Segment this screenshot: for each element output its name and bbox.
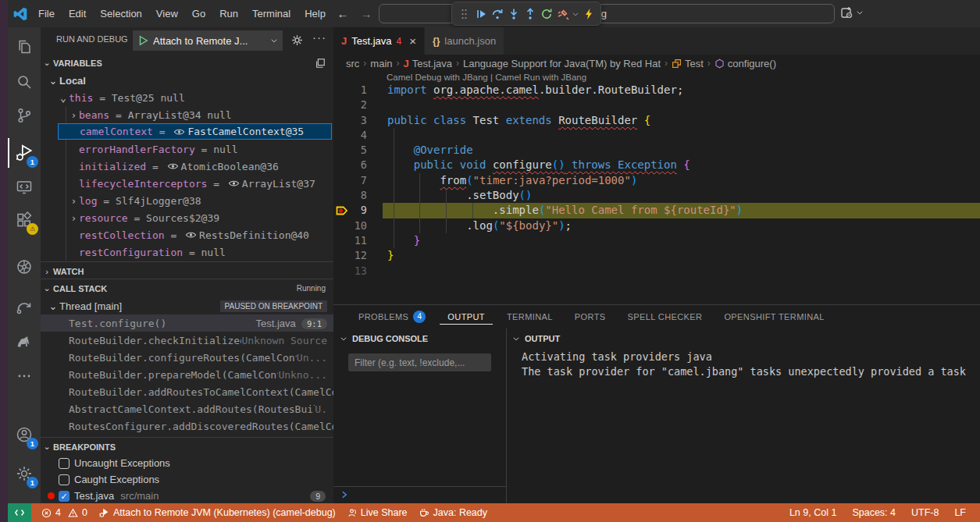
variable-row-this[interactable]: ⌄this = Test@25 null [41, 89, 333, 106]
panel-tab-openshift-terminal[interactable]: OPENSHIFT TERMINAL [716, 309, 832, 325]
variable-row-beans[interactable]: ›beans = ArrayList@34 null [41, 106, 333, 123]
menu-run[interactable]: Run [212, 8, 245, 20]
lazy-eval-eye-icon[interactable] [185, 230, 197, 240]
code-line-7[interactable]: 7 from("timer:java?period=1000") [333, 173, 980, 188]
stack-frame-row[interactable]: AbstractCamelContext.addRoutes(RoutesBui… [41, 400, 333, 417]
variable-row-resource[interactable]: ›resource = Sources$2@39 [41, 209, 333, 226]
breakpoints-section-header[interactable]: ⌄BREAKPOINTS [41, 439, 333, 455]
call-stack-section-header[interactable]: ⌄CALL STACKRunning [41, 280, 333, 297]
activity-extensions-icon[interactable]: ⚠ [8, 207, 41, 233]
breakpoint-row[interactable]: ✓Test.javasrc/main9 [41, 488, 333, 503]
code-line-10[interactable]: 10 .log("${body}"); [333, 218, 980, 233]
activity-openshift-icon[interactable] [8, 293, 41, 320]
live-share-status[interactable]: Live Share [341, 503, 413, 522]
code-line-11[interactable]: 11 } [333, 233, 980, 248]
code-line-2[interactable]: 2 [333, 98, 980, 112]
stack-frame-row[interactable]: RouteBuilder.configureRoutes(CamelContex… [41, 349, 333, 366]
code-line-9[interactable]: 9 .simple("Hello Camel from ${routeId}") [333, 203, 980, 218]
code-area[interactable]: 1import org.apache.camel.builder.RouteBu… [333, 83, 980, 279]
variable-row-camelContext[interactable]: camelContext = FastCamelContext@35 [58, 123, 332, 140]
breadcrumb-item[interactable]: JTest.java [404, 58, 453, 69]
editor-tab-test-java[interactable]: JTest.java4× [333, 27, 425, 55]
step-out-button[interactable] [522, 4, 538, 24]
panel-tab-spell-checker[interactable]: SPELL CHECKER [620, 309, 711, 325]
code-line-6[interactable]: 6 public void configure() throws Excepti… [333, 158, 980, 172]
encoding-setting[interactable]: UTF-8 [903, 503, 946, 522]
menu-view[interactable]: View [149, 8, 185, 20]
disconnect-dropdown-chevron-icon[interactable] [571, 4, 580, 24]
variable-row-initialized[interactable]: initialized = AtomicBoolean@36 [41, 158, 333, 175]
activity-more-icon[interactable] [8, 363, 41, 389]
indentation-setting[interactable]: Spaces: 4 [844, 503, 903, 522]
debug-console-title[interactable]: DEBUG CONSOLE [352, 334, 428, 343]
stack-frame-row[interactable]: RouteBuilder.prepareModel(CamelContext)U… [41, 366, 333, 383]
breakpoint-checkbox[interactable] [59, 474, 69, 485]
variable-row-errorHandlerFactory[interactable]: errorHandlerFactory = null [41, 140, 333, 158]
breadcrumb-item[interactable]: src [346, 58, 359, 69]
continue-button[interactable] [472, 4, 489, 24]
panel-tab-problems[interactable]: PROBLEMS4 [351, 307, 433, 326]
debug-console-filter-input[interactable] [348, 353, 491, 371]
code-line-8[interactable]: 8 .setBody() [333, 188, 980, 203]
chevron-down-icon[interactable] [512, 335, 520, 343]
remote-indicator[interactable] [8, 503, 31, 522]
breadcrumb-item[interactable]: Test [672, 58, 704, 69]
breakpoint-checkbox[interactable]: ✓ [59, 491, 69, 502]
command-center[interactable]: ebug [379, 4, 835, 23]
breakpoint-dot-icon[interactable] [47, 492, 55, 500]
step-over-button[interactable] [489, 4, 505, 24]
breakpoint-row[interactable]: Caught Exceptions [41, 471, 333, 488]
variable-row-restCollection[interactable]: restCollection = RestsDefinition@40 [41, 226, 333, 243]
chevron-down-icon[interactable] [340, 335, 347, 343]
lazy-eval-eye-icon[interactable] [167, 162, 179, 171]
java-status[interactable]: Java: Ready [413, 503, 493, 522]
close-tab-icon[interactable]: × [409, 34, 416, 48]
stack-frame-row[interactable]: Test.configure()Test.java 9:1 [41, 314, 333, 332]
nav-forward-button[interactable]: → [358, 5, 375, 22]
thread-row[interactable]: ⌄Thread [main] PAUSED ON BREAKPOINT [41, 297, 333, 314]
activity-accounts-icon[interactable]: 1 [8, 421, 41, 448]
variable-row-lifecycleInterceptors[interactable]: lifecycleInterceptors = ArrayList@37 [41, 175, 333, 192]
breadcrumb-item[interactable]: main [370, 58, 392, 69]
menu-file[interactable]: File [31, 8, 62, 20]
stack-frame-row[interactable]: RouteBuilder.addRoutesToCamelContext(Cam… [41, 383, 333, 400]
breadcrumb[interactable]: src›main›JTest.java›Language Support for… [333, 55, 980, 72]
code-line-13[interactable]: 13 [333, 264, 980, 279]
nav-back-button[interactable]: ← [334, 5, 351, 22]
console-prompt-icon[interactable] [340, 490, 349, 499]
debug-settings-gear-icon[interactable] [290, 34, 304, 47]
lazy-eval-eye-icon[interactable] [173, 127, 185, 137]
menu-terminal[interactable]: Terminal [245, 8, 298, 20]
views-more-actions-button[interactable]: ··· [312, 30, 326, 44]
variable-row-log[interactable]: ›log = Slf4jLogger@38 [41, 192, 333, 209]
restart-button[interactable] [538, 4, 554, 24]
launch-config-dropdown[interactable]: Attach to Remote J... [133, 30, 283, 51]
collapse-all-icon[interactable] [315, 58, 326, 69]
stack-frame-row[interactable]: RouteBuilder.checkInitialized()Unknown S… [41, 332, 333, 349]
variable-row-restConfiguration[interactable]: restConfiguration = null [41, 243, 333, 261]
activity-remote-explorer-icon[interactable] [8, 174, 41, 201]
panel-tab-terminal[interactable]: TERMINAL [499, 309, 561, 325]
menu-selection[interactable]: Selection [93, 8, 148, 20]
activity-camel-icon[interactable] [8, 328, 41, 354]
code-line-3[interactable]: 3public class Test extends RouteBuilder … [333, 113, 980, 128]
code-line-5[interactable]: 5 @Override [333, 143, 980, 158]
eol-setting[interactable]: LF [946, 503, 974, 522]
menu-edit[interactable]: Edit [62, 8, 93, 20]
breadcrumb-item[interactable]: Language Support for Java(TM) by Red Hat [463, 58, 661, 69]
launch-profile-control[interactable] [839, 5, 864, 20]
start-debug-icon[interactable] [137, 35, 148, 46]
code-line-12[interactable]: 12} [333, 248, 980, 263]
step-into-button[interactable] [505, 4, 522, 24]
stack-frame-row[interactable]: RoutesConfigurer.addDiscoveredRoutes(Cam… [41, 417, 333, 435]
hot-code-replace-button[interactable] [580, 4, 597, 24]
problems-status[interactable]: 4 0 [36, 503, 93, 522]
output-title[interactable]: OUTPUT [525, 334, 560, 343]
panel-split-divider[interactable] [506, 328, 507, 504]
breakpoint-row[interactable]: Uncaught Exceptions [41, 455, 333, 471]
activity-run-and-debug-icon[interactable]: 1 [8, 140, 41, 166]
menu-help[interactable]: Help [298, 8, 333, 20]
variables-section-header[interactable]: ⌄VARIABLES [41, 55, 333, 71]
code-line-4[interactable]: 4 [333, 128, 980, 143]
activity-source-control-icon[interactable] [8, 102, 41, 129]
